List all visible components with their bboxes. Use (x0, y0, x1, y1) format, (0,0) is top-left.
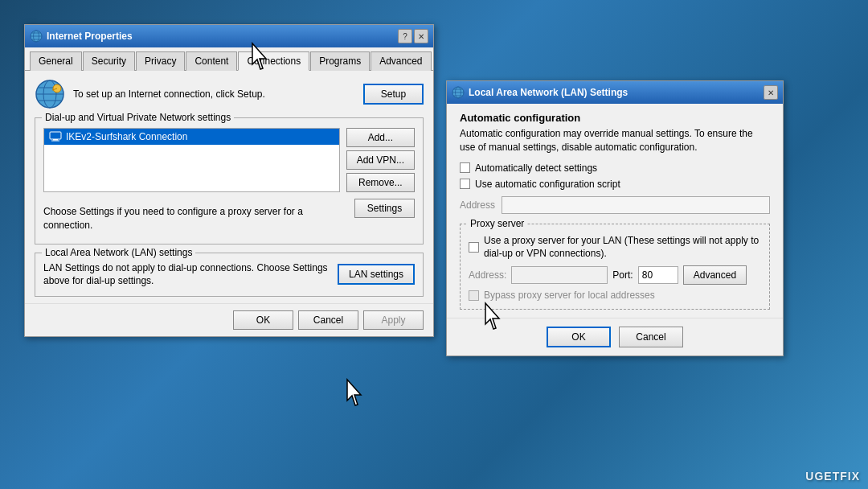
inet-footer: OK Cancel Apply (25, 303, 433, 336)
tab-privacy[interactable]: Privacy (136, 51, 185, 71)
tab-connections[interactable]: Connections (238, 51, 309, 71)
proxy-text: Choose Settings if you need to configure… (43, 205, 351, 232)
proxy-fields-row: Address: Port: Advanced (469, 265, 761, 285)
vpn-row: IKEv2-Surfshark Connection Add... Add VP… (43, 128, 415, 192)
lan-titlebar: Local Area Network (LAN) Settings ✕ (447, 81, 783, 104)
auto-config-desc: Automatic configuration may override man… (460, 127, 770, 154)
monitor-icon (49, 131, 62, 142)
svg-rect-13 (53, 139, 58, 141)
inet-dialog-title: Internet Properties (47, 31, 133, 42)
vpn-list-item[interactable]: IKEv2-Surfshark Connection (44, 129, 339, 145)
inet-titlebar-controls: ? ✕ (398, 29, 428, 43)
proxy-section-title: Proxy server (467, 218, 527, 229)
vpn-buttons: Add... Add VPN... Remove... (346, 128, 415, 192)
tab-security[interactable]: Security (83, 51, 135, 71)
lan-section-legend: Local Area Network (LAN) settings (42, 247, 195, 258)
inet-title-left: Internet Properties (30, 30, 133, 43)
svg-rect-12 (50, 132, 61, 139)
port-label: Port: (612, 269, 633, 281)
vpn-item-label: IKEv2-Surfshark Connection (66, 131, 187, 142)
auto-detect-label: Automatically detect settings (475, 162, 597, 174)
auto-detect-row: Automatically detect settings (460, 162, 770, 174)
tab-programs[interactable]: Programs (310, 51, 370, 71)
address-label: Address (460, 199, 495, 211)
setup-text: To set up an Internet connection, click … (73, 88, 355, 101)
inet-help-button[interactable]: ? (398, 29, 412, 43)
lan-dialog-title: Local Area Network (LAN) Settings (469, 87, 628, 98)
dial-section-legend: Dial-up and Virtual Private Network sett… (42, 112, 234, 123)
lan-globe-title-icon (452, 86, 465, 99)
address-row: Address (460, 196, 770, 214)
advanced-button[interactable]: Advanced (683, 265, 747, 285)
svg-marker-16 (347, 380, 361, 405)
proxy-address-input[interactable] (511, 266, 608, 284)
tab-advanced[interactable]: Advanced (371, 51, 431, 71)
auto-config-section: Automatic configuration Automatic config… (460, 112, 770, 214)
vpn-list: IKEv2-Surfshark Connection (43, 128, 340, 192)
settings-button[interactable]: Settings (354, 199, 415, 218)
inet-apply-button[interactable]: Apply (363, 310, 424, 330)
bypass-row: Bypass proxy server for local addresses (469, 290, 761, 301)
inet-cancel-button[interactable]: Cancel (298, 310, 358, 330)
dial-section: Dial-up and Virtual Private Network sett… (35, 117, 424, 244)
bypass-checkbox[interactable] (469, 290, 479, 301)
auto-detect-checkbox[interactable] (460, 162, 470, 173)
inet-tabs: General Security Privacy Content Connect… (25, 47, 433, 71)
internet-properties-dialog: Internet Properties ? ✕ General Security… (24, 24, 434, 337)
lan-footer: OK Cancel (447, 318, 783, 355)
lan-content: Automatic configuration Automatic config… (447, 104, 783, 318)
auto-script-label: Use automatic configuration script (475, 179, 620, 190)
lan-close-button[interactable]: ✕ (764, 85, 778, 100)
proxy-section: Proxy server Use a proxy server for your… (460, 224, 770, 310)
cursor-lan (344, 378, 368, 410)
lan-desc: LAN Settings do not apply to dial-up con… (43, 261, 331, 289)
proxy-address-label: Address: (469, 269, 506, 281)
inet-ok-button[interactable]: OK (233, 310, 293, 330)
lan-cancel-button[interactable]: Cancel (619, 327, 683, 347)
svg-rect-14 (51, 141, 59, 142)
proxy-server-row: Use a proxy server for your LAN (These s… (469, 234, 761, 261)
lan-settings-button[interactable]: LAN settings (338, 264, 415, 285)
setup-row: To set up an Internet connection, click … (35, 79, 424, 109)
auto-script-checkbox[interactable] (460, 179, 470, 189)
setup-button[interactable]: Setup (363, 84, 424, 105)
inet-close-button[interactable]: ✕ (414, 29, 428, 43)
proxy-server-checkbox[interactable] (469, 242, 479, 253)
inet-titlebar: Internet Properties ? ✕ (25, 25, 433, 47)
lan-titlebar-controls: ✕ (764, 85, 778, 100)
lan-settings-dialog: Local Area Network (LAN) Settings ✕ Auto… (446, 80, 784, 356)
lan-ok-button[interactable]: OK (547, 327, 611, 347)
watermark: UGETFIX (805, 470, 860, 483)
globe-title-icon (30, 30, 43, 43)
add-vpn-button[interactable]: Add VPN... (346, 150, 415, 170)
lan-section: Local Area Network (LAN) settings LAN Se… (35, 253, 424, 298)
globe-icon (35, 79, 65, 109)
auto-script-row: Use automatic configuration script (460, 179, 770, 190)
add-button[interactable]: Add... (346, 128, 415, 147)
proxy-server-text: Use a proxy server for your LAN (These s… (484, 234, 761, 261)
bypass-label: Bypass proxy server for local addresses (484, 290, 655, 301)
address-input[interactable] (502, 196, 770, 214)
tab-general[interactable]: General (30, 51, 82, 71)
inet-content: To set up an Internet connection, click … (25, 71, 433, 303)
auto-config-title: Automatic configuration (460, 112, 770, 124)
tab-content[interactable]: Content (186, 51, 237, 71)
lan-title-left: Local Area Network (LAN) Settings (452, 86, 628, 99)
remove-button[interactable]: Remove... (346, 173, 415, 192)
port-input[interactable] (638, 266, 678, 284)
